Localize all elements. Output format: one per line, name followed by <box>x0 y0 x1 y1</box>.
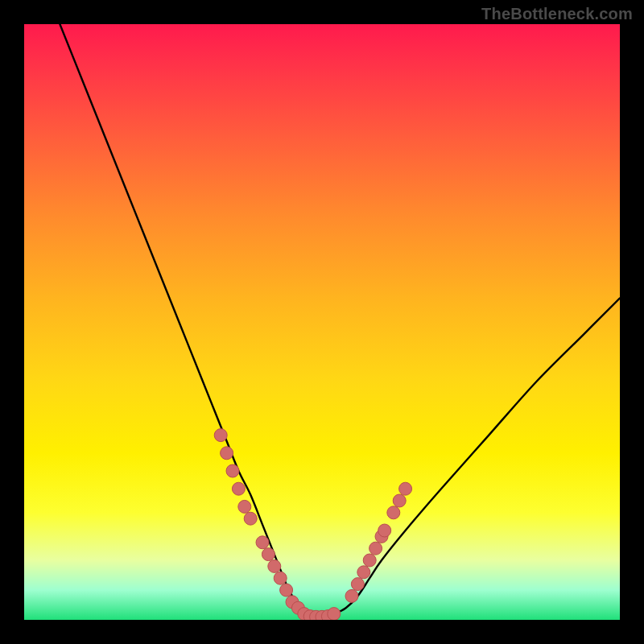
gradient-background <box>24 24 620 620</box>
chart-frame: TheBottleneck.com <box>0 0 644 644</box>
watermark-label: TheBottleneck.com <box>481 5 633 23</box>
